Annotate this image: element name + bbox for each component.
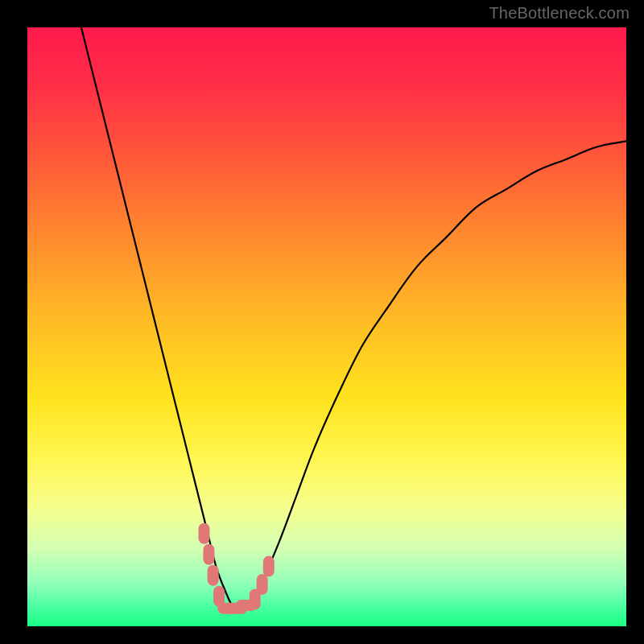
watermark-text: TheBottleneck.com [489,4,630,23]
gradient-background [27,27,626,626]
plot-area [27,27,626,626]
highlight-marker [198,523,209,544]
highlight-marker [203,544,214,565]
highlight-marker [263,556,275,577]
chart-svg [27,27,626,626]
highlight-marker [257,574,268,595]
highlight-marker [208,565,219,586]
chart-frame: TheBottleneck.com [0,0,644,644]
